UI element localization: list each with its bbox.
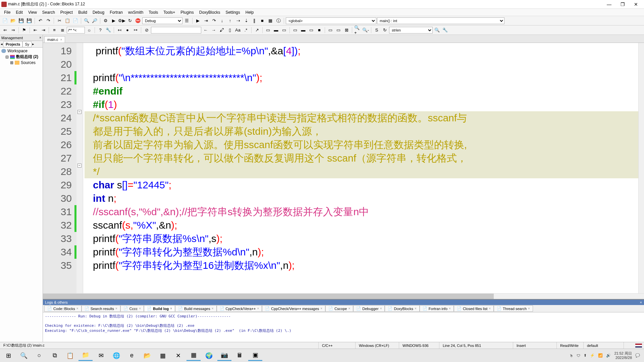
log-tab[interactable]: 📄Cccc× <box>120 305 144 312</box>
management-close-icon[interactable]: × <box>39 36 41 40</box>
symbol-options-icon[interactable]: 🔧 <box>441 26 449 34</box>
menu-wxsmith[interactable]: wxSmith <box>125 9 146 15</box>
menu-search[interactable]: Search <box>40 9 58 15</box>
horizontal-scrollbar[interactable] <box>43 293 644 299</box>
rect2-icon[interactable]: ▬ <box>272 26 280 34</box>
tray-icon[interactable]: 🔊 <box>606 353 611 358</box>
bookmark-flag-icon[interactable]: ⚑ <box>20 26 28 34</box>
regex-icon[interactable]: .* <box>242 26 250 34</box>
taskbar-app[interactable]: 🌍 <box>202 350 216 361</box>
tray-icon[interactable]: ⬆ <box>584 353 587 358</box>
tray-icon[interactable]: 🛡 <box>577 354 580 358</box>
scope-select[interactable]: <global> <box>286 17 376 24</box>
target-options-icon[interactable]: ☰ <box>183 17 191 24</box>
minimize-button[interactable]: — <box>602 0 616 8</box>
jump-back-icon[interactable]: ⇐ <box>1 26 9 34</box>
task-view-button[interactable]: ⧉ <box>48 350 62 361</box>
taskbar-app[interactable]: 🖩 <box>233 350 247 361</box>
log-tab[interactable]: 📄Cscope× <box>325 305 353 312</box>
copy-icon[interactable]: 📋 <box>64 17 71 24</box>
rect3-icon[interactable]: ▭ <box>280 26 288 34</box>
log-tab[interactable]: 📄Debugger× <box>353 305 385 312</box>
new-file-icon[interactable]: 📄 <box>1 17 9 24</box>
menu-view[interactable]: View <box>25 9 40 15</box>
menu-help[interactable]: Help <box>243 9 257 15</box>
menu-fortran[interactable]: Fortran <box>107 9 125 15</box>
build-run-icon[interactable]: ⚙▶ <box>118 17 125 24</box>
tab-projects[interactable]: Projects <box>3 41 22 47</box>
close-button[interactable]: ✕ <box>629 0 643 8</box>
rect6-icon[interactable]: ▭ <box>308 26 315 34</box>
tree-project[interactable]: ⊟数组总结 (2) <box>1 54 42 60</box>
next-bookmark-icon[interactable]: ⇥ <box>40 26 47 34</box>
taskbar-app[interactable]: ▦ <box>186 350 201 361</box>
break-icon[interactable]: ‖ <box>251 17 258 24</box>
zoom-out-icon[interactable]: 🔍- <box>362 26 369 34</box>
goto-symbol-icon[interactable]: 🔍 <box>433 26 441 34</box>
log-tab[interactable]: 📄Closed files list× <box>454 305 494 312</box>
menu-debug[interactable]: Debug <box>90 9 107 15</box>
log-tab[interactable]: 📄Build log× <box>144 305 175 312</box>
nav-back-icon[interactable]: ↤ <box>116 26 123 34</box>
open-file-icon[interactable]: 📂 <box>9 17 17 24</box>
logs-body[interactable]: -------------- Run: Debug in 数组总结 (2) (c… <box>43 312 644 342</box>
menu-file[interactable]: File <box>1 9 13 15</box>
log-tab[interactable]: 📄CppCheck/Vera++ messages× <box>262 305 325 312</box>
log-tab[interactable]: 📄Build messages× <box>175 305 217 312</box>
doxy1-icon[interactable]: ≡ <box>51 26 58 34</box>
jump-fwd-icon[interactable]: ⇒ <box>9 26 17 34</box>
doxy2-icon[interactable]: ≣ <box>59 26 66 34</box>
log-tab[interactable]: 📄DoxyBlocks× <box>385 305 419 312</box>
taskbar-app[interactable]: ▣ <box>248 350 262 361</box>
step-into-icon[interactable]: ↓ <box>218 17 226 24</box>
paste-icon[interactable]: 📄 <box>72 17 79 24</box>
abort-icon[interactable]: ⛔ <box>134 17 142 24</box>
next-line-icon[interactable]: ↷ <box>210 17 218 24</box>
menu-doxyblocks[interactable]: DoxyBlocks <box>197 9 223 15</box>
language-flag-icon[interactable] <box>635 344 642 348</box>
log-tab[interactable]: 📄Search results× <box>82 305 120 312</box>
cut-icon[interactable]: ✂ <box>56 17 63 24</box>
vertical-scrollbar[interactable] <box>638 43 644 293</box>
rect5-icon[interactable]: ▬ <box>300 26 307 34</box>
log-tab[interactable]: 📄CppCheck/Vera++× <box>217 305 262 312</box>
editor-tab-main[interactable]: main.c × <box>44 36 65 43</box>
log-tab[interactable]: 📄Thread search× <box>494 305 533 312</box>
select-icon[interactable]: ▯ <box>226 26 233 34</box>
build-target-select[interactable]: Debug <box>142 17 182 24</box>
run-to-cursor-icon[interactable]: ⇥ <box>202 17 210 24</box>
search-button[interactable]: 🔍 <box>17 350 31 361</box>
tab-scroll-right-icon[interactable]: ▸ <box>32 42 35 46</box>
tab-scroll-left-icon[interactable]: ◂ <box>0 42 3 46</box>
notifications-icon[interactable]: 💬 <box>635 353 640 358</box>
taskbar-app[interactable]: ▦ <box>156 350 170 361</box>
editor-tab-close-icon[interactable]: × <box>60 38 62 42</box>
menu-plugins[interactable]: Plugins <box>178 9 196 15</box>
menu-settings[interactable]: Settings <box>223 9 243 15</box>
find-icon[interactable]: 🔍 <box>83 17 90 24</box>
doxy3-icon[interactable]: ☼ <box>86 26 93 34</box>
maximize-button[interactable]: ❐ <box>616 0 629 8</box>
menu-toolsplus[interactable]: Tools+ <box>161 9 178 15</box>
menu-project[interactable]: Project <box>58 9 75 15</box>
tray-icon[interactable]: ⚡ <box>590 353 595 358</box>
menu-build[interactable]: Build <box>75 9 90 15</box>
rect9-icon[interactable]: ▭ <box>335 26 342 34</box>
tree-sources[interactable]: ⊞Sources <box>1 60 42 65</box>
zoom-in-icon[interactable]: 🔍+ <box>354 26 361 34</box>
run-icon[interactable]: ▶ <box>110 17 117 24</box>
nav-dot-icon[interactable]: ● <box>124 26 131 34</box>
taskbar-app[interactable]: ✉ <box>94 350 108 361</box>
info-icon[interactable]: ⓘ <box>275 17 282 24</box>
symbol-select[interactable]: strlen <box>389 27 433 34</box>
log-tab[interactable]: 📄Code::Blocks× <box>44 305 82 312</box>
search-prev-icon[interactable]: ← <box>202 26 209 34</box>
tray-icon[interactable]: 🖱 <box>570 354 573 358</box>
start-button[interactable]: ⊞ <box>1 350 15 361</box>
debug-windows-icon[interactable]: ▦ <box>267 17 274 24</box>
taskbar-app[interactable]: 📂 <box>140 350 154 361</box>
search-input[interactable] <box>151 27 201 34</box>
settings-icon[interactable]: 🔧 <box>105 26 112 34</box>
taskbar-app[interactable]: 📁 <box>78 350 93 361</box>
replace-icon[interactable]: 🔎 <box>91 17 98 24</box>
